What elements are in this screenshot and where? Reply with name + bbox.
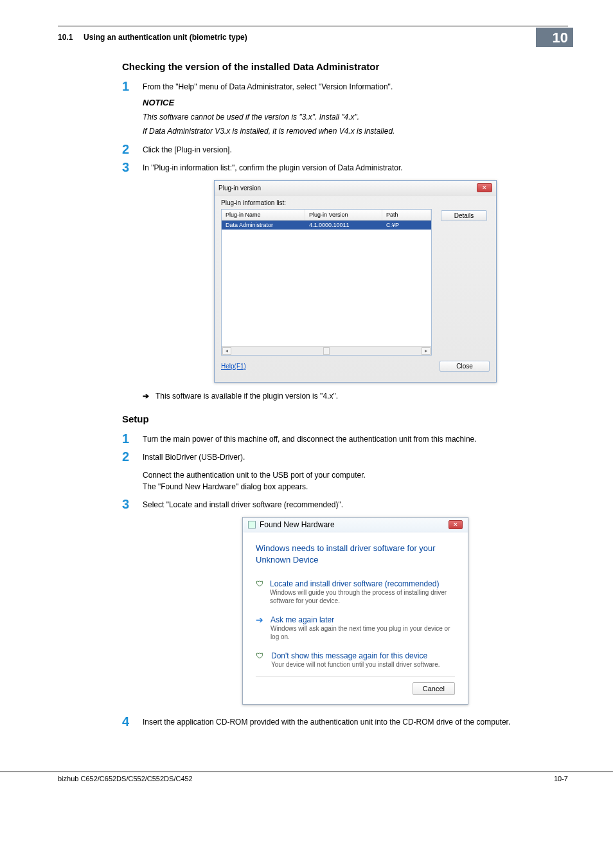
- page-number: 10-7: [554, 775, 568, 782]
- dialog-title: Plug-in version: [218, 185, 261, 192]
- plugin-version-dialog: Plug-in version ✕ Plug-in information li…: [214, 180, 497, 383]
- col-version: Plug-in Version: [305, 210, 382, 220]
- col-path: Path: [382, 210, 431, 220]
- scroll-right-icon[interactable]: ▸: [422, 347, 431, 355]
- step-text: Turn the main power of this machine off,…: [143, 433, 568, 445]
- step-extra-text: Connect the authentication unit to the U…: [143, 469, 568, 481]
- dialog-heading: Windows needs to install driver software…: [256, 543, 455, 565]
- close-icon[interactable]: ✕: [449, 520, 463, 529]
- close-button[interactable]: Close: [440, 361, 490, 372]
- details-button[interactable]: Details: [441, 210, 487, 221]
- step-number: 1: [122, 80, 143, 93]
- subsection-title-check-version: Checking the version of the installed Da…: [122, 61, 568, 72]
- help-link[interactable]: Help(F1): [221, 363, 246, 370]
- step-extra-text: The "Found New Hardware" dialog box appe…: [143, 481, 568, 493]
- section-title-text: Using an authentication unit (biometric …: [84, 33, 247, 42]
- hardware-icon: [248, 521, 256, 529]
- option-dont-show[interactable]: 🛡 Don't show this message again for this…: [256, 649, 455, 671]
- shield-icon: 🛡: [256, 651, 265, 660]
- option-ask-later[interactable]: ➔ Ask me again later Windows will ask ag…: [256, 613, 455, 644]
- step-text: Install BioDriver (USB-Driver).: [143, 451, 568, 463]
- model-name: bizhub C652/C652DS/C552/C552DS/C452: [58, 775, 193, 782]
- page-header: 10.1 Using an authentication unit (biome…: [58, 28, 568, 47]
- step-number: 2: [122, 143, 143, 156]
- step-text: Select "Locate and install driver softwa…: [143, 499, 568, 511]
- option-description: Windows will ask again the next time you…: [271, 624, 455, 641]
- step-number: 3: [122, 161, 143, 174]
- page-footer: bizhub C652/C652DS/C552/C552DS/C452 10-7: [0, 772, 613, 782]
- dialog-title: Found New Hardware: [260, 520, 335, 529]
- cell-version: 4.1.0000.10011: [305, 221, 382, 230]
- close-icon[interactable]: ✕: [477, 183, 492, 192]
- step-text: From the "Help" menu of Data Administrat…: [143, 81, 568, 93]
- cancel-button[interactable]: Cancel: [413, 682, 455, 695]
- cell-path: C:¥P: [382, 221, 431, 230]
- notice-label: NOTICE: [143, 96, 568, 109]
- table-header-row: Plug-in Name Plug-in Version Path: [222, 210, 431, 221]
- step-text: In "Plug-in information list:", confirm …: [143, 162, 568, 174]
- subsection-title-setup: Setup: [122, 413, 568, 424]
- divider: [256, 676, 455, 677]
- arrow-icon: ➔: [143, 392, 149, 401]
- scroll-left-icon[interactable]: ◂: [222, 347, 231, 355]
- option-title: Locate and install driver software (reco…: [270, 579, 455, 588]
- option-title: Don't show this message again for this d…: [271, 651, 440, 660]
- notice-line: If Data Administrator V3.x is installed,…: [143, 125, 568, 138]
- dialog-titlebar: Plug-in version ✕: [215, 181, 496, 195]
- arrow-right-icon: ➔: [256, 615, 264, 624]
- table-row[interactable]: Data Administrator 4.1.0000.10011 C:¥P: [222, 221, 431, 230]
- chapter-number-box: 10: [536, 28, 573, 47]
- scroll-thumb[interactable]: [323, 347, 330, 355]
- option-description: Your device will not function until you …: [271, 660, 440, 669]
- step-number: 1: [122, 432, 143, 445]
- option-description: Windows will guide you through the proce…: [270, 588, 455, 605]
- option-title: Ask me again later: [271, 615, 455, 624]
- col-name: Plug-in Name: [222, 210, 305, 220]
- cell-name: Data Administrator: [222, 221, 305, 230]
- found-new-hardware-dialog: Found New Hardware ✕ Windows needs to in…: [242, 517, 468, 705]
- notice-line: This software cannot be used if the vers…: [143, 111, 568, 123]
- note-text: This software is available if the plugin…: [155, 392, 338, 401]
- horizontal-scrollbar[interactable]: ◂ ▸: [222, 346, 431, 355]
- shield-icon: 🛡: [256, 579, 263, 588]
- section-number: 10.1: [58, 33, 73, 42]
- step-text: Insert the application CD-ROM provided w…: [143, 716, 568, 728]
- dialog-titlebar: Found New Hardware ✕: [243, 518, 468, 532]
- plugin-list[interactable]: Plug-in Name Plug-in Version Path Data A…: [221, 209, 432, 356]
- step-number: 3: [122, 498, 143, 511]
- option-locate-install[interactable]: 🛡 Locate and install driver software (re…: [256, 577, 455, 608]
- list-label: Plug-in information list:: [221, 199, 286, 206]
- step-number: 4: [122, 715, 143, 728]
- step-text: Click the [Plug-in version].: [143, 144, 568, 156]
- step-number: 2: [122, 450, 143, 463]
